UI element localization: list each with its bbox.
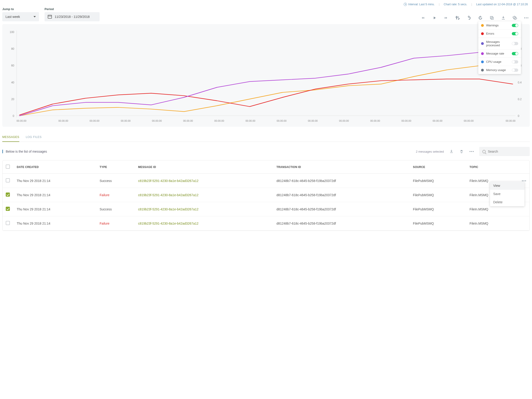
- interval-status: Interval: Last 5 mins.: [404, 3, 435, 6]
- refresh-button[interactable]: [478, 15, 483, 20]
- cell-date: Thu Nov 29 2018 21:14: [17, 207, 50, 211]
- search-icon: [482, 150, 486, 153]
- search-box[interactable]: [479, 147, 530, 156]
- cell-transaction-id: d81248b7-618c-4645-b258-f19ba20372df: [277, 193, 336, 197]
- legend-toggle[interactable]: [512, 52, 518, 55]
- chart-area: 100806040200 10.80.60.40.20 00.00.0000.0…: [2, 24, 530, 127]
- legend-dot-icon: [481, 61, 484, 63]
- col-date-created[interactable]: DATE CREATED: [13, 160, 96, 174]
- cell-transaction-id: d81248b7-618c-4645-b258-f19ba20372df: [277, 207, 336, 211]
- cell-type: Success: [100, 207, 112, 211]
- row-checkbox[interactable]: [6, 178, 10, 182]
- first-page-button[interactable]: [420, 15, 425, 20]
- download-button[interactable]: [501, 15, 506, 20]
- tabs: MESSAGES LOG FILES: [2, 133, 530, 142]
- cell-topic: FileIn.MSMQ: [469, 207, 488, 211]
- legend-item[interactable]: Warnings: [478, 21, 521, 30]
- caret-down-icon: [33, 16, 36, 18]
- col-transaction-id[interactable]: TRANSACTION ID: [273, 160, 410, 174]
- cell-source: FilePubMSMQ: [413, 222, 434, 225]
- legend-dot-icon: [481, 52, 484, 55]
- table-row[interactable]: Thu Nov 29 2018 21:14Failurec819b23f-529…: [2, 188, 530, 202]
- legend-dot-icon: [481, 24, 484, 27]
- tab-log-files[interactable]: LOG FILES: [26, 133, 42, 142]
- search-input[interactable]: [488, 150, 526, 153]
- list-title: Below is the list of messages: [6, 150, 47, 153]
- period-picker[interactable]: 11/23/2018 - 11/29/2018: [44, 12, 100, 21]
- col-topic[interactable]: TOPIC: [466, 160, 519, 174]
- legend-label: Messages processed: [486, 40, 509, 47]
- y-axis-left: 100806040200: [6, 31, 17, 117]
- row-context-menu[interactable]: View Save Delete: [490, 182, 525, 206]
- legend-toggle[interactable]: [512, 68, 518, 72]
- legend-item[interactable]: Messages processed: [478, 38, 521, 49]
- tab-messages[interactable]: MESSAGES: [2, 133, 19, 142]
- download-selected-button[interactable]: [449, 149, 454, 154]
- legend-toggle[interactable]: [512, 24, 518, 27]
- play-button[interactable]: [432, 15, 437, 20]
- legend-label: Memory usage: [486, 68, 509, 72]
- divider: |: [439, 3, 439, 6]
- cell-date: Thu Nov 29 2018 21:14: [17, 222, 50, 225]
- settings-button[interactable]: [512, 15, 517, 20]
- legend-item[interactable]: CPU usage: [478, 58, 521, 66]
- legend-toggle[interactable]: [512, 32, 518, 35]
- cell-message-id[interactable]: c819b23f-5291-4230-8a1e-b42ad3267a12: [138, 207, 198, 211]
- calendar-icon: [48, 15, 52, 18]
- col-message-id[interactable]: MESSAGE ID: [135, 160, 273, 174]
- col-type[interactable]: TYPE: [96, 160, 135, 174]
- row-checkbox[interactable]: [6, 207, 10, 211]
- undo-button[interactable]: [466, 15, 471, 20]
- interval-text: Interval: Last 5 mins.: [408, 3, 435, 6]
- svg-rect-1: [490, 16, 493, 18]
- legend-dot-icon: [481, 42, 484, 45]
- cell-message-id[interactable]: c819b23f-5291-4230-8a1e-b42ad3267a12: [138, 193, 198, 197]
- legend-item[interactable]: Message rate: [478, 49, 521, 58]
- row-more-button[interactable]: [522, 180, 526, 181]
- cell-transaction-id: d81248b7-618c-4645-b258-f19ba20372df: [277, 222, 336, 225]
- legend-toggle[interactable]: [512, 60, 518, 63]
- cell-date: Thu Nov 29 2018 21:14: [17, 179, 50, 183]
- cell-type: Success: [100, 179, 112, 183]
- select-all-checkbox[interactable]: [6, 165, 10, 169]
- legend-toggle[interactable]: [512, 42, 518, 45]
- col-source[interactable]: SOURCE: [410, 160, 466, 174]
- cell-message-id[interactable]: c819b23f-5291-4230-8a1e-b42ad3267a12: [138, 179, 198, 183]
- context-item-view[interactable]: View: [490, 182, 525, 190]
- cell-source: FilePubMSMQ: [413, 207, 434, 211]
- legend-dot-icon: [481, 69, 484, 72]
- last-updated-text: Last updated on 12-04-2018 @ 17:10:26: [476, 3, 528, 6]
- table-row[interactable]: Thu Nov 29 2018 21:14Failurec819b23f-529…: [2, 216, 530, 231]
- legend-label: CPU usage: [486, 60, 509, 63]
- table-row[interactable]: Thu Nov 29 2018 21:14Successc819b23f-529…: [2, 202, 530, 216]
- legend-item[interactable]: Memory usage: [478, 66, 521, 74]
- cell-source: FilePubMSMQ: [413, 179, 434, 183]
- context-item-save[interactable]: Save: [490, 190, 525, 198]
- cell-type: Failure: [100, 222, 109, 225]
- delete-selected-button[interactable]: [459, 149, 464, 154]
- legend-dot-icon: [481, 32, 484, 35]
- crop-button[interactable]: [455, 15, 460, 20]
- more-button[interactable]: [524, 15, 529, 20]
- cell-message-id[interactable]: c819b23f-5291-4230-8a1e-b42ad3267a12: [138, 222, 198, 225]
- copy-button[interactable]: [489, 15, 494, 20]
- last-page-button[interactable]: [443, 15, 449, 20]
- legend-label: Warnings: [486, 24, 509, 27]
- selected-count: 2 messages selected: [416, 150, 444, 153]
- left-controls: Jump to Last week Period 11/23/2018 - 11…: [2, 7, 100, 21]
- row-checkbox[interactable]: [6, 192, 10, 197]
- list-more-button[interactable]: [469, 149, 474, 154]
- clock-icon: [404, 3, 407, 6]
- cell-type: Failure: [100, 193, 109, 197]
- table-row[interactable]: Thu Nov 29 2018 21:14Successc819b23f-529…: [2, 174, 530, 188]
- legend-item[interactable]: Errors: [478, 30, 521, 38]
- context-item-delete[interactable]: Delete: [490, 198, 525, 206]
- row-checkbox[interactable]: [6, 221, 10, 225]
- legend-label: Message rate: [486, 52, 509, 55]
- period-value: 11/23/2018 - 11/29/2018: [55, 15, 90, 18]
- jump-to-select[interactable]: Last week: [2, 12, 39, 21]
- chart-plot[interactable]: [17, 31, 515, 117]
- cell-topic: FileIn.MSMQ: [469, 193, 488, 197]
- x-axis: 00.00.0000.00.0000.00.0000.00.0000.00.00…: [6, 119, 526, 122]
- messages-table: DATE CREATED TYPE MESSAGE ID TRANSACTION…: [2, 160, 530, 231]
